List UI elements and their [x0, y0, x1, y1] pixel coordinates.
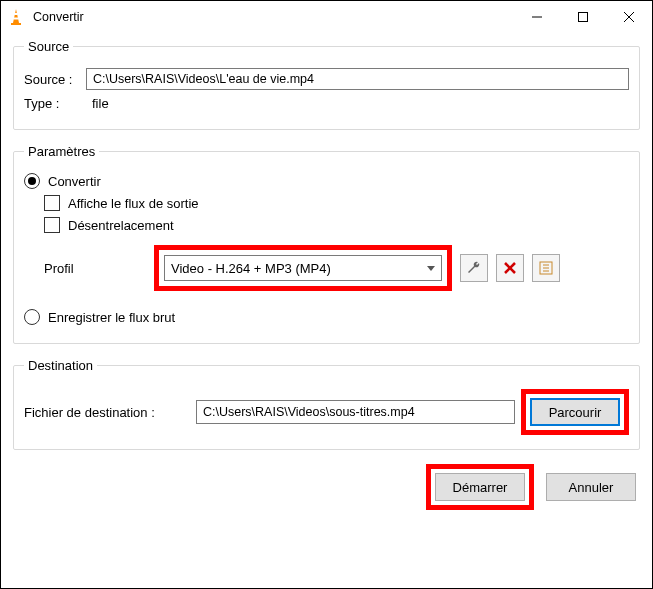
show-stream-label: Affiche le flux de sortie	[68, 196, 199, 211]
convert-radio-label: Convertir	[48, 174, 101, 189]
minimize-button[interactable]	[514, 1, 560, 33]
params-legend: Paramètres	[24, 144, 99, 159]
type-label: Type :	[24, 96, 86, 111]
start-button-label: Démarrer	[453, 480, 508, 495]
profile-select[interactable]: Video - H.264 + MP3 (MP4)	[164, 255, 442, 281]
convert-radio-row[interactable]: Convertir	[24, 173, 629, 189]
dest-file-field[interactable]: C:\Users\RAIS\Videos\sous-titres.mp4	[196, 400, 515, 424]
show-stream-checkbox[interactable]	[44, 195, 60, 211]
delete-profile-button[interactable]	[496, 254, 524, 282]
svg-rect-2	[14, 18, 19, 20]
show-stream-row[interactable]: Affiche le flux de sortie	[44, 195, 629, 211]
source-group: Source Source : C:\Users\RAIS\Videos\L'e…	[13, 39, 640, 130]
browse-highlight: Parcourir	[521, 389, 629, 435]
source-label: Source :	[24, 72, 86, 87]
destination-group: Destination Fichier de destination : C:\…	[13, 358, 640, 450]
new-profile-button[interactable]	[532, 254, 560, 282]
cancel-button[interactable]: Annuler	[546, 473, 636, 501]
browse-button-label: Parcourir	[549, 405, 602, 420]
source-legend: Source	[24, 39, 73, 54]
raw-radio-label: Enregistrer le flux brut	[48, 310, 175, 325]
type-value: file	[92, 96, 109, 111]
deinterlace-label: Désentrelacement	[68, 218, 174, 233]
close-button[interactable]	[606, 1, 652, 33]
convert-radio[interactable]	[24, 173, 40, 189]
start-button[interactable]: Démarrer	[435, 473, 525, 501]
raw-radio[interactable]	[24, 309, 40, 325]
profile-highlight: Video - H.264 + MP3 (MP4)	[154, 245, 452, 291]
wrench-icon	[466, 260, 482, 276]
params-group: Paramètres Convertir Affiche le flux de …	[13, 144, 640, 344]
chevron-down-icon	[427, 266, 435, 271]
browse-button[interactable]: Parcourir	[530, 398, 620, 426]
dest-file-label: Fichier de destination :	[24, 405, 196, 420]
deinterlace-row[interactable]: Désentrelacement	[44, 217, 629, 233]
new-profile-icon	[538, 260, 554, 276]
edit-profile-button[interactable]	[460, 254, 488, 282]
cancel-button-label: Annuler	[569, 480, 614, 495]
destination-legend: Destination	[24, 358, 97, 373]
profile-select-value: Video - H.264 + MP3 (MP4)	[171, 261, 427, 276]
svg-rect-4	[579, 13, 588, 22]
deinterlace-checkbox[interactable]	[44, 217, 60, 233]
title-bar: Convertir	[1, 1, 652, 33]
delete-icon	[502, 260, 518, 276]
profile-label: Profil	[24, 261, 154, 276]
source-field[interactable]: C:\Users\RAIS\Videos\L'eau de vie.mp4	[86, 68, 629, 90]
vlc-cone-icon	[7, 8, 25, 26]
raw-radio-row[interactable]: Enregistrer le flux brut	[24, 309, 629, 325]
footer: Démarrer Annuler	[13, 464, 640, 510]
maximize-button[interactable]	[560, 1, 606, 33]
svg-rect-1	[14, 13, 18, 15]
svg-rect-0	[11, 23, 21, 25]
start-highlight: Démarrer	[426, 464, 534, 510]
window-title: Convertir	[33, 10, 84, 24]
